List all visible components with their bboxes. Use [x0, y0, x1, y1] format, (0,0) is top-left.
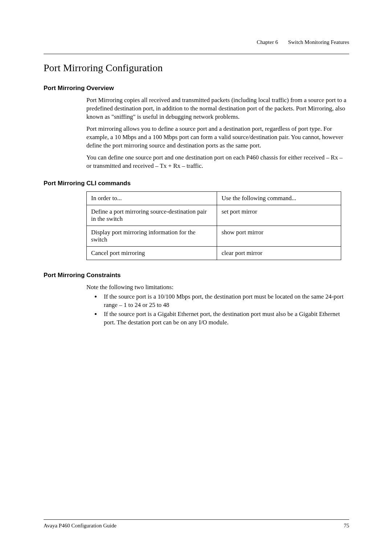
table-header-row: In order to... Use the following command…: [87, 191, 341, 205]
table-header-left: In order to...: [87, 191, 217, 205]
overview-paragraph-1: Port Mirroring copies all received and t…: [86, 96, 349, 121]
main-heading: Port Mirroring Configuration: [44, 62, 349, 74]
table-row: Cancel port mirroring clear port mirror: [87, 246, 341, 260]
footer-guide-title: Avaya P460 Configuration Guide: [44, 523, 117, 529]
cli-commands-table: In order to... Use the following command…: [86, 191, 341, 260]
footer-rule: [44, 519, 349, 520]
chapter-number: Chapter 6: [257, 39, 278, 45]
table-cell-left: Cancel port mirroring: [87, 246, 217, 260]
table-cell-left: Display port mirroring information for t…: [87, 226, 217, 246]
header-rule: [44, 54, 349, 54]
cli-heading: Port Mirroring CLI commands: [44, 180, 349, 187]
constraints-heading: Port Mirroring Constraints: [44, 272, 349, 279]
table-row: Define a port mirroring source-destinati…: [87, 205, 341, 226]
list-item: If the source port is a 10/100 Mbps port…: [101, 293, 349, 309]
table-cell-right: clear port mirror: [217, 246, 341, 260]
page-footer: Avaya P460 Configuration Guide 75: [44, 519, 349, 529]
overview-paragraph-3: You can define one source port and one d…: [86, 154, 349, 170]
chapter-title: Switch Monitoring Features: [288, 39, 349, 45]
constraints-intro: Note the following two limitations:: [86, 283, 349, 292]
constraints-list: If the source port is a 10/100 Mbps port…: [101, 293, 349, 327]
overview-heading: Port Mirroring Overview: [44, 85, 349, 92]
overview-paragraph-2: Port mirroring allows you to define a so…: [86, 125, 349, 150]
table-cell-right: set port mirror: [217, 205, 341, 226]
chapter-header: Chapter 6 Switch Monitoring Features: [44, 39, 349, 45]
table-row: Display port mirroring information for t…: [87, 226, 341, 246]
table-cell-left: Define a port mirroring source-destinati…: [87, 205, 217, 226]
table-cell-right: show port mirror: [217, 226, 341, 246]
footer-page-number: 75: [344, 523, 349, 529]
list-item: If the source port is a Gigabit Ethernet…: [101, 310, 349, 327]
table-header-right: Use the following command...: [217, 191, 341, 205]
